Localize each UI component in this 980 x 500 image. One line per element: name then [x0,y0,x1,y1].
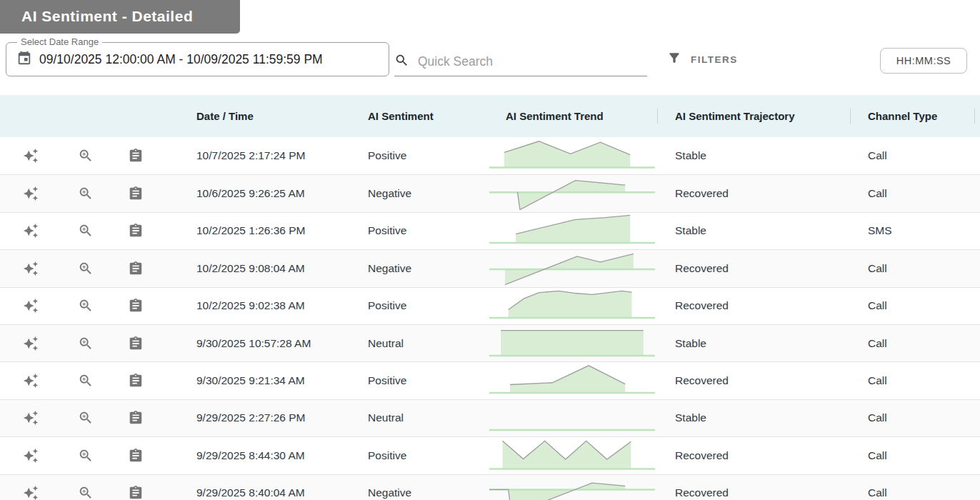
trajectory-cell: Recovered [657,262,850,275]
clipboard-button[interactable] [121,366,150,395]
ai-sparkles-cell [0,366,61,395]
sentiment-trend-sparkline [489,327,655,360]
clipboard-button[interactable] [121,441,150,470]
clipboard-icon [128,448,144,464]
header-clipboard [111,95,161,137]
zoom-in-button[interactable] [71,366,100,395]
clipboard-icon [128,410,144,426]
zoom-in-icon [78,298,94,314]
clipboard-button[interactable] [121,479,150,500]
ai-sparkles-button[interactable] [16,329,45,358]
clipboard-cell [111,441,161,470]
ai-sparkles-cell [0,141,61,170]
ai-sparkles-button[interactable] [16,141,45,170]
channel-type-cell: Call [850,149,980,162]
zoom-in-cell [61,366,111,395]
zoom-in-button[interactable] [71,179,100,208]
clipboard-button[interactable] [121,329,150,358]
clipboard-button[interactable] [121,141,150,170]
table-row: 9/30/2025 10:57:28 AMNeutralStableCall [0,324,980,361]
clipboard-button[interactable] [121,254,150,283]
clipboard-icon [128,336,144,351]
ai-sentiment-cell: Positive [361,149,482,162]
header-ai-sentiment-trajectory[interactable]: AI Sentiment Trajectory [657,95,850,137]
clipboard-icon [128,223,144,239]
sentiment-trend-sparkline [489,476,655,500]
ai-sparkles-button[interactable] [16,291,45,320]
calendar-icon [16,50,32,69]
zoom-in-button[interactable] [71,291,100,320]
table-row: 9/29/2025 2:27:26 PMNeutralStableCall [0,399,980,436]
sentiment-trend-sparkline [489,439,655,472]
header-ai-sentiment-trend[interactable]: AI Sentiment Trend [482,95,657,137]
date-time-cell: 9/29/2025 8:44:30 AM [161,449,361,462]
table-row: 10/2/2025 1:26:36 PMPositiveStableSMS [0,212,980,249]
date-range-value: 09/10/2025 12:00:00 AM - 10/09/2025 11:5… [39,52,323,67]
date-range-label: Select Date Range [17,36,102,47]
trajectory-cell: Recovered [657,299,850,312]
ai-sentiment-cell: Negative [361,262,482,275]
sentiment-trend-sparkline [489,177,655,210]
zoom-in-button[interactable] [71,479,100,500]
time-format-button[interactable]: HH:MM:SS [880,48,967,74]
search-input[interactable] [418,54,647,69]
ai-sparkles-icon [23,336,39,351]
header-channel-type[interactable]: Channel Type [850,95,980,137]
date-range-picker[interactable]: Select Date Range 09/10/2025 12:00:00 AM… [6,42,389,76]
zoom-in-icon [78,448,94,464]
ai-sparkles-button[interactable] [16,441,45,470]
clipboard-button[interactable] [121,216,150,245]
clipboard-icon [128,373,144,389]
filters-button[interactable]: FILTERS [667,51,738,68]
channel-type-cell: Call [850,262,980,275]
ai-sparkles-cell [0,254,61,283]
clipboard-button[interactable] [121,179,150,208]
ai-sparkles-button[interactable] [16,404,45,432]
channel-type-cell: Call [850,187,980,200]
ai-sentiment-trend-cell [482,439,657,472]
clipboard-icon [128,298,144,314]
clipboard-icon [128,186,144,201]
table-row: 9/30/2025 9:21:34 AMPositiveRecoveredCal… [0,361,980,399]
header-ai-sentiment[interactable]: AI Sentiment [361,95,482,137]
ai-sparkles-button[interactable] [16,254,45,283]
ai-sentiment-trend-cell [482,214,657,247]
clipboard-cell [111,404,161,432]
table-row: 9/29/2025 8:44:30 AMPositiveRecoveredCal… [0,436,980,474]
ai-sparkles-button[interactable] [16,366,45,395]
page-title: AI Sentiment - Detailed [0,0,240,34]
zoom-in-icon [78,223,94,239]
ai-sparkles-cell [0,479,61,500]
ai-sentiment-trend-cell [482,401,657,434]
zoom-in-cell [61,329,111,358]
clipboard-icon [128,261,144,276]
zoom-in-cell [61,441,111,470]
ai-sparkles-button[interactable] [16,216,45,245]
ai-sparkles-icon [23,186,39,201]
filter-funnel-icon [667,51,681,68]
clipboard-button[interactable] [121,291,150,320]
zoom-in-button[interactable] [71,141,100,170]
table-row: 10/2/2025 9:08:04 AMNegativeRecoveredCal… [0,249,980,286]
ai-sparkles-button[interactable] [16,179,45,208]
clipboard-cell [111,179,161,208]
zoom-in-button[interactable] [71,254,100,283]
ai-sentiment-cell: Positive [361,374,482,387]
zoom-in-button[interactable] [71,441,100,470]
ai-sentiment-cell: Neutral [361,411,482,424]
zoom-in-button[interactable] [71,404,100,432]
ai-sentiment-cell: Positive [361,224,482,237]
zoom-in-button[interactable] [71,329,100,358]
clipboard-cell [111,366,161,395]
trajectory-cell: Stable [657,149,850,162]
clipboard-button[interactable] [121,404,150,432]
zoom-in-button[interactable] [71,216,100,245]
sentiment-trend-sparkline [489,364,655,397]
trajectory-cell: Recovered [657,187,850,200]
date-time-cell: 10/7/2025 2:17:24 PM [161,149,361,162]
clipboard-icon [128,485,144,500]
header-date-time[interactable]: Date / Time [161,95,361,137]
ai-sentiment-trend-cell [482,252,657,285]
ai-sentiment-trend-cell [482,177,657,210]
ai-sparkles-button[interactable] [16,479,45,500]
